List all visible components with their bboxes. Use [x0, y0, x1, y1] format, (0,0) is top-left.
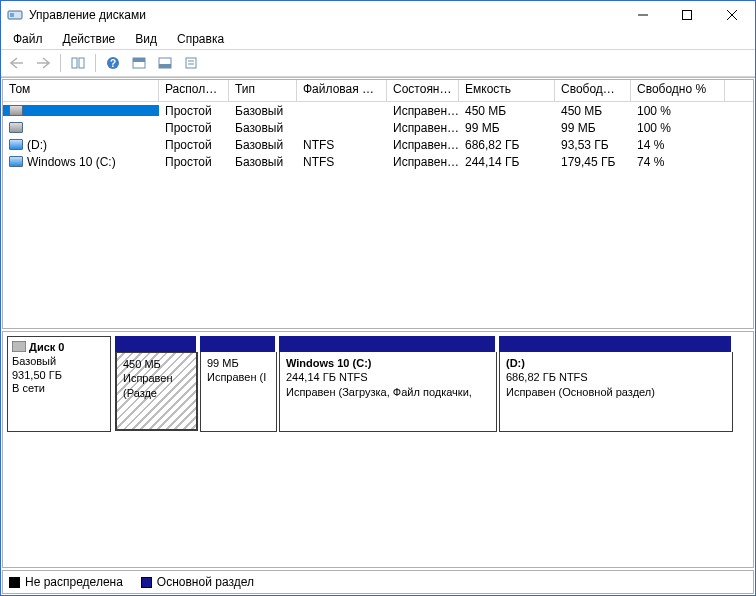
legend-primary: Основной раздел: [141, 575, 254, 589]
volume-cell-free: 179,45 ГБ: [555, 155, 631, 169]
disk-label[interactable]: Диск 0 Базовый 931,50 ГБ В сети: [7, 336, 111, 432]
volume-cell-free: 93,53 ГБ: [555, 138, 631, 152]
volume-cell-type: Базовый: [229, 121, 297, 135]
graphical-view[interactable]: Диск 0 Базовый 931,50 ГБ В сети 450 МБИс…: [2, 331, 754, 568]
menu-help[interactable]: Справка: [169, 31, 232, 47]
volume-cell-free_pct: 100 %: [631, 104, 725, 118]
volume-cell-name: [3, 122, 159, 133]
volume-cell-fs: NTFS: [297, 155, 387, 169]
primary-swatch: [141, 577, 152, 588]
volume-cell-name: (D:): [3, 138, 159, 152]
svg-rect-10: [133, 58, 145, 62]
legend-unallocated-label: Не распределена: [25, 575, 123, 589]
help-button[interactable]: ?: [101, 52, 125, 74]
disk-online: В сети: [12, 382, 45, 394]
svg-rect-17: [12, 341, 26, 352]
show-hide-button[interactable]: [66, 52, 90, 74]
volume-cell-free: 450 МБ: [555, 104, 631, 118]
back-button: [5, 52, 29, 74]
volume-cell-layout: Простой: [159, 121, 229, 135]
volume-icon: [9, 105, 23, 116]
volume-cell-capacity: 450 МБ: [459, 104, 555, 118]
col-volume[interactable]: Том: [3, 80, 159, 101]
volume-cell-state: Исправен…: [387, 155, 459, 169]
unallocated-swatch: [9, 577, 20, 588]
col-free-pct[interactable]: Свободно %: [631, 80, 725, 101]
disk-name: Диск 0: [29, 341, 64, 353]
volume-cell-name: Windows 10 (C:): [3, 155, 159, 169]
toolbar-view-bottom[interactable]: [153, 52, 177, 74]
partition[interactable]: 99 МБИсправен (I: [200, 352, 277, 432]
svg-rect-12: [159, 64, 171, 68]
close-button[interactable]: [709, 1, 755, 29]
volume-cell-layout: Простой: [159, 138, 229, 152]
volume-icon: [9, 156, 23, 167]
legend: Не распределена Основной раздел: [2, 570, 754, 594]
disk-type: Базовый: [12, 355, 56, 367]
volume-cell-type: Базовый: [229, 138, 297, 152]
volume-cell-free_pct: 100 %: [631, 121, 725, 135]
svg-rect-7: [79, 58, 84, 68]
col-capacity[interactable]: Емкость: [459, 80, 555, 101]
toolbar: ?: [1, 49, 755, 77]
disk-partitions: 450 МБИсправен (Разде99 МБИсправен (IWin…: [115, 336, 749, 432]
menu-action[interactable]: Действие: [55, 31, 124, 47]
volume-icon: [9, 139, 23, 150]
volume-cell-fs: NTFS: [297, 138, 387, 152]
volume-cell-state: Исправен…: [387, 138, 459, 152]
svg-text:?: ?: [110, 58, 116, 69]
menu-bar: Файл Действие Вид Справка: [1, 29, 755, 49]
col-state[interactable]: Состояние: [387, 80, 459, 101]
volume-row[interactable]: ПростойБазовыйИсправен…99 МБ99 МБ100 %: [3, 119, 753, 136]
toolbar-separator: [60, 54, 61, 72]
volume-cell-capacity: 686,82 ГБ: [459, 138, 555, 152]
volume-cell-capacity: 99 МБ: [459, 121, 555, 135]
minimize-button[interactable]: [621, 1, 665, 29]
volume-icon: [9, 122, 23, 133]
disk-size: 931,50 ГБ: [12, 369, 62, 381]
svg-rect-14: [186, 58, 196, 68]
volume-row[interactable]: ПростойБазовыйИсправен…450 МБ450 МБ100 %: [3, 102, 753, 119]
window-root: Управление дисками Файл Действие Вид Спр…: [0, 0, 756, 596]
volume-row[interactable]: Windows 10 (C:)ПростойБазовыйNTFSИсправе…: [3, 153, 753, 170]
partition[interactable]: Windows 10 (C:)244,14 ГБ NTFSИсправен (З…: [279, 352, 497, 432]
volume-cell-name: [3, 105, 159, 116]
volume-cell-capacity: 244,14 ГБ: [459, 155, 555, 169]
content-area: Том Располо… Тип Файловая с… Состояние Е…: [1, 77, 755, 595]
partition[interactable]: (D:)686,82 ГБ NTFSИсправен (Основной раз…: [499, 352, 733, 432]
legend-primary-label: Основной раздел: [157, 575, 254, 589]
volume-cell-free: 99 МБ: [555, 121, 631, 135]
svg-rect-6: [72, 58, 77, 68]
window-buttons: [621, 1, 755, 29]
titlebar[interactable]: Управление дисками: [1, 1, 755, 29]
col-type[interactable]: Тип: [229, 80, 297, 101]
volume-cell-state: Исправен…: [387, 104, 459, 118]
svg-rect-1: [10, 13, 14, 17]
legend-unallocated: Не распределена: [9, 575, 123, 589]
forward-button: [31, 52, 55, 74]
col-free[interactable]: Свобод…: [555, 80, 631, 101]
window-title: Управление дисками: [29, 8, 621, 22]
volume-cell-free_pct: 14 %: [631, 138, 725, 152]
toolbar-separator: [95, 54, 96, 72]
volume-cell-free_pct: 74 %: [631, 155, 725, 169]
volume-cell-state: Исправен…: [387, 121, 459, 135]
volume-cell-layout: Простой: [159, 104, 229, 118]
toolbar-view-top[interactable]: [127, 52, 151, 74]
maximize-button[interactable]: [665, 1, 709, 29]
partition[interactable]: 450 МБИсправен (Разде: [115, 352, 198, 431]
volume-list[interactable]: Том Располо… Тип Файловая с… Состояние Е…: [2, 79, 754, 329]
volume-cell-type: Базовый: [229, 155, 297, 169]
properties-button[interactable]: [179, 52, 203, 74]
svg-rect-3: [683, 11, 692, 20]
disk-management-icon: [7, 7, 23, 23]
menu-view[interactable]: Вид: [127, 31, 165, 47]
volume-cell-type: Базовый: [229, 104, 297, 118]
col-fs[interactable]: Файловая с…: [297, 80, 387, 101]
volume-row[interactable]: (D:)ПростойБазовыйNTFSИсправен…686,82 ГБ…: [3, 136, 753, 153]
volume-list-body: ПростойБазовыйИсправен…450 МБ450 МБ100 %…: [3, 102, 753, 170]
volume-cell-layout: Простой: [159, 155, 229, 169]
menu-file[interactable]: Файл: [5, 31, 51, 47]
col-layout[interactable]: Располо…: [159, 80, 229, 101]
volume-list-header: Том Располо… Тип Файловая с… Состояние Е…: [3, 80, 753, 102]
